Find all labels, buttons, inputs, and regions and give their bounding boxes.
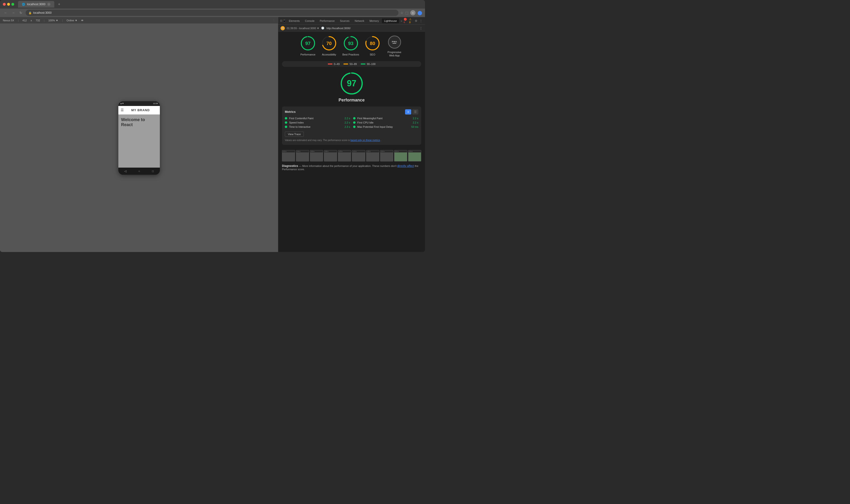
metric-first-cpu-idle: First CPU Idle 2.2 s — [353, 121, 419, 124]
tab-memory[interactable]: Memory — [367, 18, 382, 23]
tab-elements[interactable]: Elements — [286, 18, 302, 23]
phone-app-bar: ☰ MY BRAND — [118, 106, 160, 114]
zoom-selector[interactable]: 100% ▼ — [48, 19, 58, 22]
seo-label: SEO — [370, 53, 375, 56]
filmstrip-frame: 1.6 s — [366, 150, 379, 161]
capture-icon[interactable]: ⬬ — [81, 19, 83, 22]
forward-button[interactable]: → — [11, 10, 16, 16]
pwa-icon: PWA — [388, 36, 401, 49]
frame-label: 0.8 s — [324, 150, 337, 152]
metric-value: 2.2 s — [344, 117, 350, 120]
warning-count: ⚠ 8 — [409, 18, 413, 24]
tab-network[interactable]: Network — [352, 18, 367, 23]
frame-image — [338, 152, 351, 161]
address-bar[interactable]: 🔒 localhost:3000 — [25, 10, 399, 16]
devtools-actions: 🔴 4 ⚠ 8 ⚙ ⋮ ⊞ × — [404, 18, 425, 24]
devtools-more-tabs[interactable]: » — [400, 18, 403, 23]
back-nav-icon[interactable]: ◁ — [124, 169, 126, 173]
metric-dot — [353, 121, 355, 124]
settings-button[interactable]: ⚙ — [414, 18, 418, 23]
performance-score: 97 — [305, 40, 311, 46]
tab-console[interactable]: Console — [303, 18, 317, 23]
pwa-label: Progressive Web App — [386, 51, 403, 57]
network-selector[interactable]: Online ▼ — [67, 19, 77, 22]
metric-row-1: First Contentful Paint 2.2 s First Meani… — [285, 117, 418, 120]
grid-view-button[interactable]: ☰ — [412, 109, 418, 114]
phone-device: ▲▼ 12:29 ☰ MY BRAND Welcome to React — [118, 101, 160, 175]
close-button[interactable] — [3, 3, 6, 6]
recents-nav-icon[interactable]: □ — [152, 169, 154, 173]
metric-name: Speed Index — [289, 121, 343, 124]
tab-lighthouse[interactable]: Lighthouse — [382, 18, 400, 23]
tab-performance[interactable]: Performance — [317, 18, 337, 23]
hamburger-menu-icon[interactable]: ☰ — [121, 108, 124, 112]
diagnostics-title: Diagnostics — More information about the… — [282, 164, 421, 171]
metric-name: Max Potential First Input Delay — [357, 125, 410, 128]
metrics-title: Metrics — [285, 110, 296, 113]
metric-dot — [285, 117, 287, 120]
frame-label: 1.2 s — [352, 150, 365, 152]
lighthouse-content: 97 Performance 70 Accessi — [278, 32, 425, 252]
metric-name: Time to Interactive — [289, 125, 343, 128]
lighthouse-more-button[interactable]: ⋮ — [419, 26, 423, 30]
active-tab[interactable]: 🌐 localhost:3000 × — [18, 1, 54, 7]
metrics-section: Metrics ≡ ☰ First Contentful Paint — [282, 106, 421, 145]
metric-value: 2.3 s — [344, 125, 350, 128]
cast-button[interactable]: ⬚ — [405, 11, 408, 15]
separator: | — [62, 19, 63, 22]
more-options-button[interactable]: ⋮ — [419, 18, 423, 23]
filmstrip-frame: 1.2 s — [352, 150, 365, 161]
scores-row: 97 Performance 70 Accessi — [282, 36, 421, 57]
app-title: MY BRAND — [124, 108, 158, 112]
maximize-button[interactable] — [12, 3, 14, 6]
devtools-panel: ⊡ 📱 Elements Console Performance Sources… — [278, 17, 425, 252]
new-tab-button[interactable]: + — [56, 1, 62, 7]
tab-close-button[interactable]: × — [47, 3, 51, 6]
metric-dot — [285, 121, 287, 124]
metrics-view-buttons: ≡ ☰ — [405, 109, 418, 114]
phone-screen: ☰ MY BRAND Welcome to React — [118, 106, 160, 168]
lighthouse-session[interactable]: 01:39:55 - localhost:3000 ▼ — [287, 27, 319, 30]
frame-image — [352, 152, 365, 161]
diagnostics-link[interactable]: directly affect — [397, 164, 414, 168]
frame-image — [367, 152, 379, 161]
tab-sources[interactable]: Sources — [337, 18, 352, 23]
list-view-button[interactable]: ≡ — [405, 109, 411, 114]
score-pwa: PWA Progressive Web App — [386, 36, 403, 57]
bookmark-button[interactable]: ☆ — [400, 11, 403, 15]
back-button[interactable]: ← — [3, 10, 8, 16]
filmstrip-frame: 2.2 s — [394, 150, 407, 161]
best-practices-score: 93 — [348, 40, 353, 46]
home-nav-icon[interactable]: ○ — [138, 169, 140, 173]
perf-note-link[interactable]: based only on these metrics — [351, 139, 380, 142]
frame-image — [296, 152, 309, 161]
performance-section: 97 Performance Metrics ≡ ☰ — [282, 72, 421, 172]
devtools-inspect-icon[interactable]: ⊡ — [280, 19, 282, 23]
score-performance: 97 Performance — [300, 36, 316, 56]
metrics-header: Metrics ≡ ☰ — [285, 109, 418, 114]
frame-image — [380, 152, 393, 161]
frame-image — [310, 152, 323, 161]
metric-name: First Meaningful Paint — [357, 117, 411, 120]
history-icon[interactable]: 🕐 — [321, 26, 324, 30]
frame-label: 0.2 s — [282, 150, 295, 152]
profile-button[interactable]: A — [410, 10, 415, 15]
extension-button[interactable]: ⬤ — [418, 10, 422, 15]
separator: x — [31, 19, 32, 22]
device-width: 412 — [22, 19, 27, 22]
metric-name: First CPU Idle — [357, 121, 411, 124]
metric-speed-index: Speed Index 2.2 s — [285, 121, 350, 124]
avatar-icon: A — [412, 12, 413, 14]
dock-button[interactable]: ⊞ — [424, 18, 425, 23]
tab-title: localhost:3000 — [27, 3, 45, 6]
phone-content: Welcome to React — [118, 114, 160, 168]
view-trace-button[interactable]: View Trace — [285, 131, 304, 137]
perf-note-end: . — [380, 139, 382, 142]
legend-poor-label: 0–49 — [334, 62, 340, 66]
devtools-mobile-icon[interactable]: 📱 — [283, 19, 286, 23]
device-selector[interactable]: Nexus 5X — [3, 19, 14, 22]
frame-label: 0.6 s — [310, 150, 323, 152]
diagnostics-section: Diagnostics — More information about the… — [282, 164, 421, 172]
refresh-button[interactable]: ↻ — [18, 10, 24, 16]
minimize-button[interactable] — [7, 3, 10, 6]
